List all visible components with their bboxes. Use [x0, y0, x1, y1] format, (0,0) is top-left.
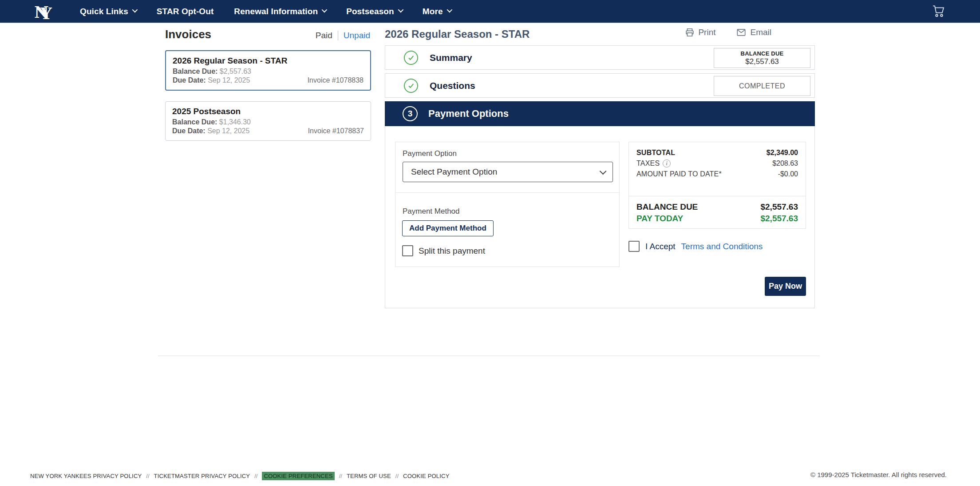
content-divider — [158, 355, 820, 356]
nav-label: Postseason — [346, 7, 394, 16]
taxes-label: TAXES i — [636, 159, 671, 167]
top-navigation-bar: N Y Quick Links STAR Opt-Out Renewal Inf… — [0, 0, 980, 23]
invoice-filters: Paid Unpaid — [316, 31, 370, 40]
shopping-cart-icon[interactable] — [931, 4, 945, 19]
invoices-title: Invoices — [165, 28, 211, 41]
pay-today-label: PAY TODAY — [636, 214, 683, 223]
pay-today-row: PAY TODAY $2,557.63 — [636, 214, 798, 223]
subtotal-label: SUBTOTAL — [636, 149, 675, 157]
yankees-logo[interactable]: N Y — [34, 1, 55, 22]
step-questions[interactable]: Questions COMPLETED — [385, 73, 815, 98]
completed-label: COMPLETED — [739, 82, 785, 90]
info-icon[interactable]: i — [663, 159, 671, 167]
pay-today-value: $2,557.63 — [760, 214, 798, 223]
invoices-sidebar: Invoices Paid Unpaid 2026 Regular Season… — [165, 28, 371, 141]
step-payment-options-header: 3 Payment Options — [385, 101, 815, 126]
footer-links: NEW YORK YANKEES PRIVACY POLICY // TICKE… — [30, 472, 450, 480]
filter-paid[interactable]: Paid — [316, 31, 332, 40]
footer-link-cookie-preferences[interactable]: COOKIE PREFERENCES — [262, 472, 334, 480]
print-label: Print — [698, 28, 715, 37]
invoices-header: Invoices Paid Unpaid — [165, 28, 371, 41]
filter-separator — [338, 31, 338, 40]
accept-label: I Accept — [645, 242, 676, 251]
subtotal-row: SUBTOTAL $2,349.00 — [636, 149, 798, 157]
amount-paid-label: AMOUNT PAID TO DATE* — [636, 170, 722, 178]
due-value: Sep 12, 2025 — [208, 76, 250, 84]
due-value: Sep 12, 2025 — [207, 127, 249, 135]
nav-label: Renewal Information — [234, 7, 318, 16]
balance-due-label: BALANCE DUE — [636, 202, 698, 212]
nav-item-quick-links[interactable]: Quick Links — [80, 7, 136, 16]
footer-separator: // — [146, 473, 149, 479]
nav-item-star-opt-out[interactable]: STAR Opt-Out — [157, 7, 214, 16]
amount-paid-value: -$0.00 — [778, 170, 798, 178]
chevron-down-icon — [600, 167, 607, 175]
footer-link-yankees-privacy[interactable]: NEW YORK YANKEES PRIVACY POLICY — [30, 473, 142, 479]
email-label: Email — [750, 28, 771, 37]
footer-link-cookie-policy[interactable]: COOKIE POLICY — [403, 473, 449, 479]
split-payment-row: Split this payment — [402, 245, 485, 256]
step-label: Summary — [430, 52, 472, 63]
payment-options-body: Payment Option Select Payment Option Pay… — [385, 126, 815, 308]
split-payment-checkbox[interactable] — [402, 245, 413, 256]
amount-paid-row: AMOUNT PAID TO DATE* -$0.00 — [636, 170, 798, 178]
pay-now-button[interactable]: Pay Now — [765, 277, 806, 296]
chevron-down-icon — [398, 7, 403, 13]
print-button[interactable]: Print — [685, 28, 715, 37]
invoice-card-2026-regular-season[interactable]: 2026 Regular Season - STAR Balance Due: … — [165, 50, 371, 91]
email-button[interactable]: Email — [736, 28, 771, 37]
terms-and-conditions-link[interactable]: Terms and Conditions — [681, 242, 763, 251]
totals-breakdown: SUBTOTAL $2,349.00 TAXES i $208.63 AMOUN… — [629, 142, 806, 178]
divider — [629, 196, 806, 196]
taxes-text: TAXES — [636, 159, 660, 167]
payment-option-select[interactable]: Select Payment Option — [403, 162, 613, 182]
questions-status-box: COMPLETED — [714, 76, 810, 96]
nav-label: Quick Links — [80, 7, 128, 16]
due-label: Due Date: — [172, 127, 205, 135]
add-payment-method-button[interactable]: Add Payment Method — [402, 220, 494, 236]
chevron-down-icon — [132, 7, 138, 13]
balance-value: $2,557.63 — [220, 68, 251, 75]
taxes-value: $208.63 — [772, 159, 798, 167]
nav-menu: Quick Links STAR Opt-Out Renewal Informa… — [80, 7, 451, 16]
divider — [395, 192, 619, 193]
email-icon — [736, 28, 747, 37]
due-label: Due Date: — [173, 76, 206, 84]
check-circle-icon — [404, 51, 418, 65]
invoice-card-2025-postseason[interactable]: 2025 Postseason Balance Due: $1,346.30 D… — [165, 101, 371, 141]
step-number-icon: 3 — [403, 106, 418, 121]
nav-item-more[interactable]: More — [423, 7, 451, 16]
filter-unpaid[interactable]: Unpaid — [344, 31, 370, 40]
totals-due: BALANCE DUE $2,557.63 PAY TODAY $2,557.6… — [636, 200, 798, 223]
subtotal-value: $2,349.00 — [767, 149, 798, 157]
footer: NEW YORK YANKEES PRIVACY POLICY // TICKE… — [0, 469, 980, 482]
print-icon — [685, 28, 695, 37]
payment-option-label: Payment Option — [403, 149, 457, 158]
header-actions: Print Email — [685, 28, 771, 37]
step-summary[interactable]: Summary BALANCE DUE $2,557.63 — [385, 45, 815, 70]
yankees-ny-icon: N Y — [34, 1, 55, 22]
invoice-number: Invoice #1078837 — [308, 127, 364, 135]
invoice-title: 2025 Postseason — [172, 107, 364, 116]
footer-separator: // — [254, 473, 257, 479]
order-totals-card: SUBTOTAL $2,349.00 TAXES i $208.63 AMOUN… — [628, 142, 806, 229]
svg-text:Y: Y — [40, 4, 52, 22]
invoice-balance-line: Balance Due: $2,557.63 — [173, 68, 364, 76]
invoice-title: 2026 Regular Season - STAR — [173, 56, 364, 66]
balance-due-value: $2,557.63 — [760, 202, 798, 212]
balance-label: Balance Due: — [173, 68, 217, 75]
payment-options-title: Payment Options — [428, 108, 509, 120]
nav-label: More — [423, 7, 443, 16]
accept-terms-checkbox[interactable] — [628, 241, 640, 252]
payment-method-label: Payment Method — [403, 207, 460, 216]
balance-value: $1,346.30 — [219, 118, 251, 126]
page-title: 2026 Regular Season - STAR — [385, 28, 530, 40]
nav-item-postseason[interactable]: Postseason — [346, 7, 402, 16]
nav-item-renewal-information[interactable]: Renewal Information — [234, 7, 326, 16]
step-label: Questions — [430, 80, 475, 91]
balance-due-label: BALANCE DUE — [741, 50, 784, 57]
invoice-detail-panel: 2026 Regular Season - STAR Print Email — [385, 27, 815, 308]
footer-link-ticketmaster-privacy[interactable]: TICKETMASTER PRIVACY POLICY — [154, 473, 250, 479]
invoice-number: Invoice #1078838 — [308, 76, 364, 84]
footer-link-terms-of-use[interactable]: TERMS OF USE — [347, 473, 391, 479]
